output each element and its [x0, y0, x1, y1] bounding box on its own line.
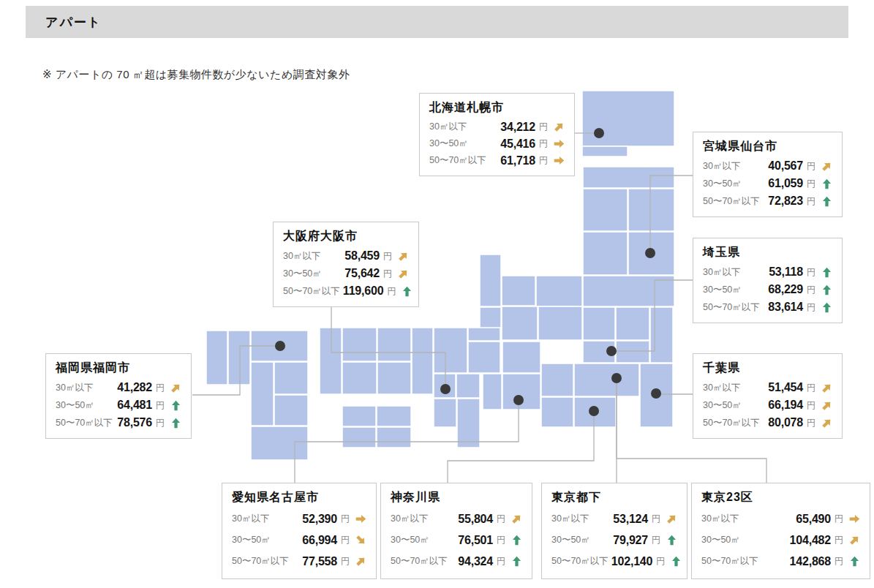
- map-tile: [251, 362, 274, 426]
- map-tile: [342, 328, 377, 361]
- map-tile: [274, 362, 308, 394]
- map-tile: [582, 91, 674, 146]
- map-tile: [628, 189, 674, 231]
- map-tile: [468, 342, 500, 373]
- map-tile: [502, 306, 538, 340]
- map-tile: [457, 399, 480, 448]
- map-tile: [583, 167, 674, 188]
- map-tile: [342, 406, 376, 426]
- map-tile: [456, 374, 480, 398]
- map-tile: [616, 341, 649, 363]
- map-tile: [502, 342, 540, 373]
- map-tile: [480, 255, 501, 306]
- map-tile: [274, 395, 308, 426]
- map-tile: [434, 399, 456, 427]
- city-marker-tokyo: [611, 373, 622, 383]
- map-tile: [574, 363, 639, 396]
- map-tile: [541, 397, 573, 427]
- map-tile: [342, 427, 376, 448]
- map-tile: [320, 328, 342, 394]
- city-marker-fukuoka: [275, 341, 285, 351]
- map-tile: [483, 374, 502, 410]
- city-marker-nagoya: [513, 395, 524, 405]
- map-tile: [377, 427, 411, 448]
- map-tile: [650, 307, 673, 363]
- city-marker-osaka: [440, 384, 451, 394]
- map-tile: [377, 328, 411, 361]
- map-tile: [468, 328, 500, 341]
- map-tile: [342, 362, 377, 394]
- city-marker-sendai: [645, 248, 655, 258]
- japan-tile-map: [0, 0, 874, 588]
- map-tile: [582, 146, 628, 157]
- city-marker-saitama: [606, 346, 617, 356]
- map-tile: [502, 276, 535, 306]
- map-tile: [228, 331, 250, 385]
- map-tile: [583, 232, 628, 275]
- map-tile: [583, 189, 628, 231]
- map-tile: [616, 307, 649, 340]
- city-marker-kanagawa: [589, 406, 599, 416]
- map-tile: [583, 307, 615, 340]
- map-tile: [541, 363, 573, 396]
- map-tile: [251, 426, 308, 460]
- map-tile: [434, 328, 467, 373]
- map-tile: [377, 362, 411, 394]
- city-marker-chiba: [651, 388, 661, 399]
- apartment-rent-map-page: アパート ※ アパートの 70 ㎡超は募集物件数が少ないため調査対象外 北海道札…: [0, 0, 874, 588]
- map-tile: [536, 276, 582, 306]
- city-marker-sapporo: [594, 128, 604, 138]
- map-tile: [412, 328, 433, 394]
- map-tile: [377, 406, 411, 426]
- map-tile: [206, 331, 227, 385]
- map-tile: [538, 306, 582, 340]
